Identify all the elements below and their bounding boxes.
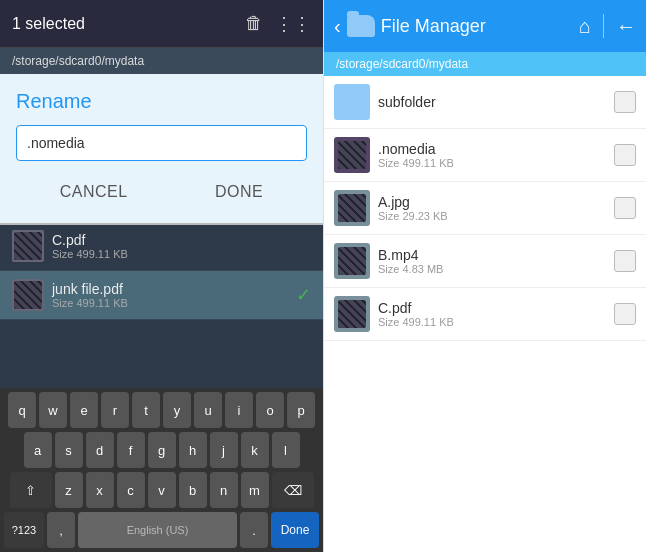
image-icon (334, 190, 370, 226)
comma-key[interactable]: , (47, 512, 75, 548)
file-name: C.pdf (378, 300, 606, 316)
back-icon[interactable]: ← (616, 15, 636, 38)
list-item[interactable]: A.jpg Size 29.23 KB (324, 182, 646, 235)
key-r[interactable]: r (101, 392, 129, 428)
key-q[interactable]: q (8, 392, 36, 428)
file-size: Size 499.11 KB (378, 316, 606, 328)
back-chevron-icon[interactable]: ‹ (334, 15, 341, 38)
file-name: B.mp4 (378, 247, 606, 263)
key-m[interactable]: m (241, 472, 269, 508)
file-info: C.pdf Size 499.11 KB (52, 232, 311, 260)
key-f[interactable]: f (117, 432, 145, 468)
file-checkbox[interactable] (614, 197, 636, 219)
rename-input[interactable] (27, 135, 296, 151)
key-x[interactable]: x (86, 472, 114, 508)
file-info: subfolder (378, 94, 606, 110)
right-header-icons: ⌂ ← (579, 14, 636, 38)
key-k[interactable]: k (241, 432, 269, 468)
keyboard-row-3: ⇧ z x c v b n m ⌫ (2, 472, 321, 508)
file-icon (12, 230, 44, 262)
key-n[interactable]: n (210, 472, 238, 508)
rename-dialog: Rename Cancel Done (0, 74, 323, 225)
file-checkbox[interactable] (614, 91, 636, 113)
list-item[interactable]: junk file.pdf Size 499.11 KB ✓ (0, 271, 323, 320)
home-icon[interactable]: ⌂ (579, 15, 591, 38)
file-info: B.mp4 Size 4.83 MB (378, 247, 606, 275)
cancel-button[interactable]: Cancel (36, 177, 152, 207)
file-name: A.jpg (378, 194, 606, 210)
rename-buttons: Cancel Done (16, 177, 307, 207)
key-d[interactable]: d (86, 432, 114, 468)
folder-header-icon (347, 15, 375, 37)
key-j[interactable]: j (210, 432, 238, 468)
video-icon (334, 243, 370, 279)
key-v[interactable]: v (148, 472, 176, 508)
key-b[interactable]: b (179, 472, 207, 508)
space-key[interactable]: English (US) (78, 512, 237, 548)
shift-key[interactable]: ⇧ (10, 472, 52, 508)
key-y[interactable]: y (163, 392, 191, 428)
key-g[interactable]: g (148, 432, 176, 468)
file-size: Size 499.11 KB (52, 248, 311, 260)
file-checkbox[interactable] (614, 144, 636, 166)
backspace-key[interactable]: ⌫ (272, 472, 314, 508)
key-w[interactable]: w (39, 392, 67, 428)
file-name: C.pdf (52, 232, 311, 248)
period-key[interactable]: . (240, 512, 268, 548)
right-file-list: subfolder .nomedia Size 499.11 KB A.jpg … (324, 76, 646, 552)
file-size: Size 29.23 KB (378, 210, 606, 222)
folder-icon (334, 84, 370, 120)
key-z[interactable]: z (55, 472, 83, 508)
key-t[interactable]: t (132, 392, 160, 428)
right-breadcrumb: /storage/sdcard0/mydata (324, 52, 646, 76)
key-h[interactable]: h (179, 432, 207, 468)
list-item[interactable]: C.pdf Size 499.11 KB (0, 222, 323, 271)
key-l[interactable]: l (272, 432, 300, 468)
file-info: junk file.pdf Size 499.11 KB (52, 281, 288, 309)
key-c[interactable]: c (117, 472, 145, 508)
key-u[interactable]: u (194, 392, 222, 428)
key-a[interactable]: a (24, 432, 52, 468)
list-item[interactable]: C.pdf Size 499.11 KB (324, 288, 646, 341)
done-button[interactable]: Done (191, 177, 287, 207)
check-icon: ✓ (296, 284, 311, 306)
left-breadcrumb: /storage/sdcard0/mydata (0, 48, 323, 74)
file-info: .nomedia Size 499.11 KB (378, 141, 606, 169)
key-p[interactable]: p (287, 392, 315, 428)
keyboard-row-1: q w e r t y u i o p (2, 392, 321, 428)
file-checkbox[interactable] (614, 303, 636, 325)
rename-input-wrapper[interactable] (16, 125, 307, 161)
rename-title: Rename (16, 90, 307, 113)
left-file-list: Rename Cancel Done C.pdf Size 499.11 KB (0, 74, 323, 388)
key-e[interactable]: e (70, 392, 98, 428)
num-key[interactable]: ?123 (4, 512, 44, 548)
left-header: 1 selected 🗑 ⋮⋮ (0, 0, 323, 48)
menu-icon[interactable]: ⋮⋮ (275, 13, 311, 35)
file-size: Size 499.11 KB (378, 157, 606, 169)
key-i[interactable]: i (225, 392, 253, 428)
list-item[interactable]: .nomedia Size 499.11 KB (324, 129, 646, 182)
file-manager-title: File Manager (381, 16, 573, 37)
list-item[interactable]: B.mp4 Size 4.83 MB (324, 235, 646, 288)
delete-icon[interactable]: 🗑 (245, 13, 263, 35)
file-size: Size 499.11 KB (52, 297, 288, 309)
header-divider (603, 14, 604, 38)
file-name: junk file.pdf (52, 281, 288, 297)
right-panel: ‹ File Manager ⌂ ← /storage/sdcard0/myda… (323, 0, 646, 552)
right-header: ‹ File Manager ⌂ ← (324, 0, 646, 52)
file-name: .nomedia (378, 141, 606, 157)
keyboard: q w e r t y u i o p a s d f g h j k l ⇧ … (0, 388, 323, 552)
key-s[interactable]: s (55, 432, 83, 468)
media-icon (334, 137, 370, 173)
key-o[interactable]: o (256, 392, 284, 428)
file-name: subfolder (378, 94, 606, 110)
keyboard-row-2: a s d f g h j k l (2, 432, 321, 468)
file-size: Size 4.83 MB (378, 263, 606, 275)
pdf-icon (334, 296, 370, 332)
file-checkbox[interactable] (614, 250, 636, 272)
keyboard-bottom-row: ?123 , English (US) . Done (2, 512, 321, 552)
file-icon (12, 279, 44, 311)
list-item[interactable]: subfolder (324, 76, 646, 129)
file-info: A.jpg Size 29.23 KB (378, 194, 606, 222)
keyboard-done-key[interactable]: Done (271, 512, 319, 548)
